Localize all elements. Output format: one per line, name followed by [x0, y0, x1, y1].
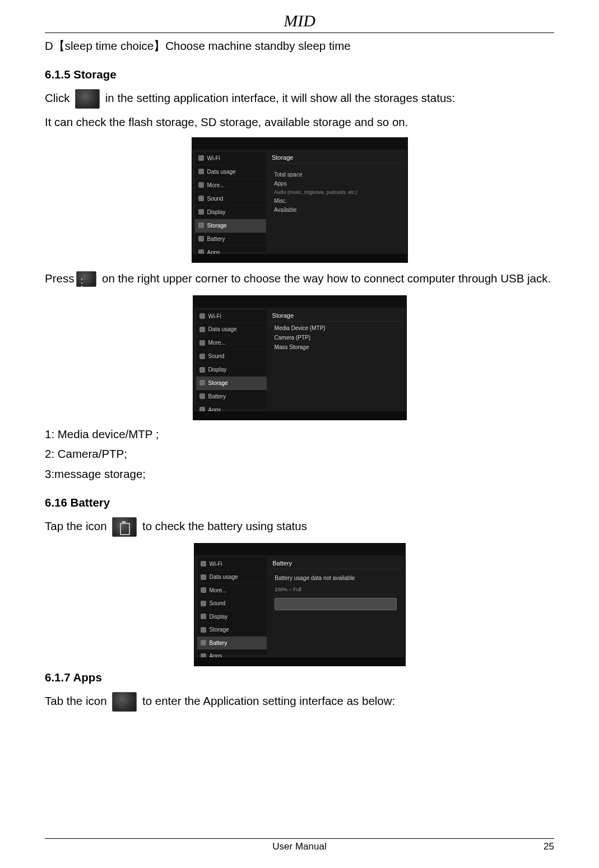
usb-list-2: 2: Camera/PTP; — [45, 444, 554, 463]
screenshot-settings-usb: Wi-Fi Data usage More... Sound Display S… — [193, 295, 407, 420]
usb-list-3: 3:message storage; — [45, 465, 554, 484]
page: MID D【sleep time choice】Choose machine s… — [0, 0, 599, 868]
ss-bottom — [194, 657, 406, 666]
doc-header-title: MID — [45, 11, 554, 30]
ss-main-title: Battery — [270, 558, 401, 569]
battery-para: Tap the icon to check the battery using … — [45, 515, 554, 537]
ss-misc: Misc. — [274, 198, 399, 204]
battery-button — [275, 598, 396, 610]
ss-row-data: Data usage — [195, 165, 266, 179]
ss-row-battery: Battery — [197, 637, 267, 649]
ss-main-title: Storage — [270, 152, 403, 164]
ss-row-sound: Sound — [195, 192, 266, 206]
footer-spacer — [45, 841, 73, 852]
text-span: Tab the icon — [45, 694, 110, 707]
battery-sub: 100% – Full — [275, 587, 396, 592]
battery-info: Battery usage data not available — [275, 575, 396, 581]
rule-top — [45, 33, 554, 33]
storage-para-1: Click in the setting application interfa… — [45, 87, 554, 109]
ss-row-sound: Sound — [197, 597, 267, 610]
ss-row-storage: Storage — [195, 219, 266, 233]
heading-apps: 6.1.7 Apps — [45, 671, 554, 684]
usb-opt-mtp: Media Device (MTP) — [275, 325, 398, 331]
sleep-time-line: D【sleep time choice】Choose machine stand… — [45, 36, 554, 55]
text-span: on the right upper corner to choose the … — [102, 272, 551, 285]
usb-opt-ptp: Camera (PTP) — [275, 335, 398, 341]
ss-avail: Available — [274, 207, 399, 213]
ss-row-sound: Sound — [196, 350, 267, 363]
text-span: Click — [45, 91, 73, 104]
ss-row-storage: Storage — [197, 623, 267, 636]
ss-row-more: More... — [195, 179, 266, 192]
storage-para-3: Press on the right upper corner to choos… — [45, 267, 554, 290]
ss-bottom — [192, 254, 408, 263]
ss-row-display: Display — [196, 363, 267, 377]
usb-opt-mass: Mass Storage — [275, 344, 398, 350]
text-span: Tap the icon — [45, 519, 110, 532]
text-span: Press — [45, 272, 74, 285]
ss-row-wifi: Wi-Fi — [195, 152, 266, 165]
screenshot-settings-storage: Wi-Fi Data usage More... Sound Display S… — [192, 137, 408, 263]
ss-row-display: Display — [195, 206, 266, 219]
storage-para-2: It can check the flash storage, SD stora… — [45, 113, 554, 132]
footer: User Manual 25 — [45, 838, 554, 852]
ss-main: Storage Media Device (MTP) Camera (PTP) … — [270, 310, 402, 409]
ss-row-more: More... — [196, 336, 267, 350]
ss-row-storage: Storage — [196, 377, 267, 390]
ss-row-wifi: Wi-Fi — [196, 310, 267, 323]
ss-main: Storage Total space Apps Audio (music, r… — [270, 152, 403, 252]
ss-row-battery: Battery — [195, 233, 266, 246]
text-span: in the setting application interface, it… — [105, 91, 455, 104]
storage-icon — [75, 89, 100, 109]
ss-main: Battery Battery usage data not available… — [270, 558, 401, 655]
apps-para: Tab the icon to enter the Application se… — [45, 690, 554, 712]
ss-sidebar: Wi-Fi Data usage More... Sound Display S… — [195, 152, 266, 252]
screenshot-settings-battery: Wi-Fi Data usage More... Sound Display S… — [194, 543, 406, 666]
apps-icon — [112, 692, 137, 712]
overflow-menu-icon — [76, 271, 96, 287]
ss-main-title: Storage — [270, 310, 402, 322]
rule-bottom — [45, 838, 554, 839]
ss-row-battery: Battery — [196, 390, 267, 403]
ss-top — [192, 137, 408, 150]
ss-top — [193, 295, 407, 308]
ss-row-data: Data usage — [196, 323, 267, 336]
ss-apps: Apps — [274, 180, 399, 187]
ss-total: Total space — [274, 171, 399, 178]
usb-list-1: 1: Media device/MTP ; — [45, 425, 554, 444]
text-span: to check the battery using status — [142, 519, 307, 532]
heading-battery: 6.16 Battery — [45, 496, 554, 509]
ss-top — [194, 543, 406, 555]
ss-row-wifi: Wi-Fi — [197, 558, 267, 570]
footer-row: User Manual 25 — [45, 841, 554, 852]
battery-icon — [112, 517, 137, 537]
footer-label: User Manual — [73, 841, 526, 852]
ss-row-data: Data usage — [197, 570, 267, 583]
ss-row-more: More... — [197, 584, 267, 597]
ss-sidebar: Wi-Fi Data usage More... Sound Display S… — [196, 310, 267, 409]
ss-row-display: Display — [197, 610, 267, 623]
heading-storage: 6.1.5 Storage — [45, 68, 554, 81]
text-span: to enter the Application setting interfa… — [142, 694, 395, 707]
ss-audio: Audio (music, ringtones, podcasts, etc.) — [274, 189, 399, 195]
ss-bottom — [193, 411, 407, 420]
ss-sidebar: Wi-Fi Data usage More... Sound Display S… — [197, 558, 267, 655]
page-number: 25 — [526, 841, 554, 852]
